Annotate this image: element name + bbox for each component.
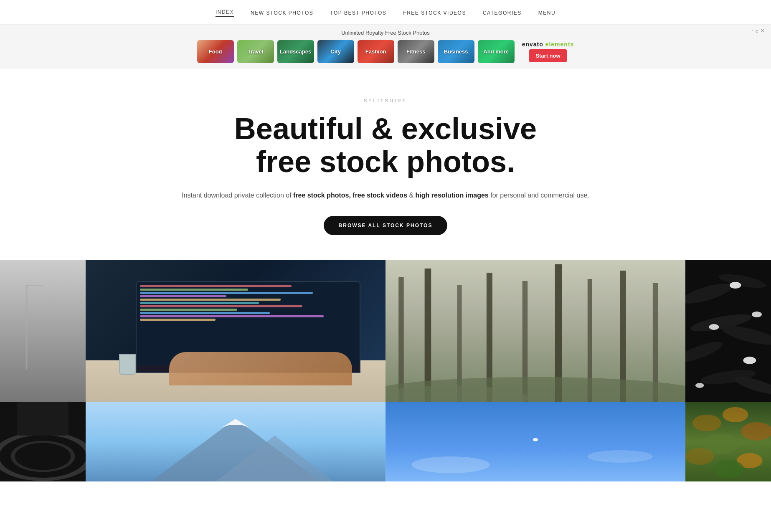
photo-overlay-1 (0, 260, 86, 402)
photo-col-8 (685, 402, 771, 481)
hero-title: Beautiful & exclusive free stock photos. (8, 112, 763, 178)
ad-cat-landscapes[interactable]: Landscapes (277, 40, 314, 63)
ad-cat-fashion[interactable]: Fashion (358, 40, 394, 63)
forest-svg (386, 260, 685, 402)
ad-cat-fitness-bg: Fitness (398, 40, 434, 63)
ad-categories: Food Travel Landscapes City Fashion Fitn… (197, 40, 515, 63)
ad-close-icon[interactable]: ✕ (761, 28, 764, 33)
photo-dark-leaves[interactable] (685, 260, 771, 402)
svg-rect-1 (26, 285, 28, 369)
photo-col-6 (86, 402, 386, 481)
photo-laptop-coding[interactable] (86, 260, 386, 402)
svg-rect-0 (0, 260, 86, 402)
photo-forest-misty[interactable] (386, 260, 685, 402)
hero-desc-bold1: free stock photos, free stock videos (293, 192, 407, 199)
ad-cat-city-bg: City (317, 40, 354, 63)
svg-rect-2 (26, 285, 43, 286)
svg-point-46 (685, 448, 714, 465)
svg-point-40 (588, 450, 653, 463)
svg-point-25 (709, 324, 719, 330)
nav-categories[interactable]: CATEGORIES (483, 10, 522, 16)
svg-point-43 (723, 407, 748, 422)
ad-cat-biz-bg: Business (438, 40, 474, 63)
svg-point-24 (730, 282, 741, 289)
nav-new-stock[interactable]: NEW STOCK PHOTOS (251, 10, 313, 16)
svg-rect-15 (386, 260, 685, 402)
ad-cat-more-bg: And more (478, 40, 515, 63)
forest-bg (386, 260, 685, 402)
ad-cat-business[interactable]: Business (438, 40, 474, 63)
photo-mountain-sky[interactable] (86, 402, 386, 481)
photo-city-road[interactable] (0, 260, 86, 402)
hero-title-line2: free stock photos. (256, 145, 515, 178)
photo-aerial-forest[interactable] (685, 402, 771, 481)
hero-section: SPLITSHIRE Beautiful & exclusive free st… (0, 69, 771, 260)
ad-cat-fitness[interactable]: Fitness (398, 40, 434, 63)
hero-desc-plain1: Instant download private collection of (182, 192, 293, 199)
photo-grid-row2 (0, 402, 771, 481)
aerial-svg (685, 402, 771, 481)
ad-cat-more[interactable]: And more (478, 40, 515, 63)
ad-title: Unlimited Royalty Free Stock Photos (341, 30, 430, 36)
photo-col-1 (0, 260, 86, 402)
svg-rect-32 (17, 402, 68, 436)
svg-point-48 (713, 460, 744, 478)
nav-menu[interactable]: MENU (538, 10, 555, 16)
envato-accent: elements (543, 41, 574, 48)
svg-point-26 (743, 357, 756, 364)
main-nav: INDEX NEW STOCK PHOTOS TOP BEST PHOTOS F… (0, 0, 771, 25)
ad-ex-label: e (756, 28, 758, 33)
leaves-bg (685, 260, 771, 402)
photo-col-5 (0, 402, 86, 481)
nav-index[interactable]: INDEX (216, 9, 234, 17)
ad-brand: envato elements Start now (522, 41, 574, 62)
photo-grid-row1 (0, 260, 771, 402)
ad-cat-city[interactable]: City (317, 40, 354, 63)
ad-cat-land-bg: Landscapes (277, 40, 314, 63)
sky-svg (386, 402, 685, 481)
mountain-svg (86, 402, 386, 481)
nav-top-best[interactable]: TOP BEST PHOTOS (330, 10, 386, 16)
photo-blue-sky[interactable] (386, 402, 685, 481)
svg-point-38 (533, 438, 538, 441)
svg-point-39 (411, 456, 489, 473)
envato-logo: envato elements (522, 41, 574, 48)
hero-desc-plain3: for personal and commercial use. (489, 192, 589, 199)
coffee-mug (119, 354, 138, 377)
ad-banner: r e ✕ Unlimited Royalty Free Stock Photo… (0, 25, 771, 69)
svg-point-27 (695, 383, 704, 388)
ad-cat-food-bg: Food (197, 40, 234, 63)
ad-cat-food[interactable]: Food (197, 40, 234, 63)
hands (169, 352, 352, 385)
svg-point-28 (752, 312, 762, 317)
photo-col-2 (86, 260, 386, 402)
ad-cta-button[interactable]: Start now (529, 49, 567, 62)
site-name: SPLITSHIRE (8, 98, 763, 103)
browse-button[interactable]: BROWSE ALL STOCK PHOTOS (324, 216, 448, 235)
hero-title-line1: Beautiful & exclusive (234, 112, 537, 145)
ad-cat-travel[interactable]: Travel (237, 40, 274, 63)
photo-col-7 (386, 402, 685, 481)
hero-desc-bold2: high resolution images (416, 192, 489, 199)
city-road-svg (0, 260, 86, 402)
ad-close-button[interactable]: r e ✕ (751, 28, 764, 33)
ad-cat-travel-bg: Travel (237, 40, 274, 63)
photo-col-3 (386, 260, 685, 402)
car-svg (0, 402, 86, 481)
nav-free-videos[interactable]: FREE STOCK VIDEOS (403, 10, 466, 16)
hero-description: Instant download private collection of f… (8, 190, 763, 201)
hero-desc-plain2: & (407, 192, 416, 199)
svg-point-42 (692, 415, 721, 431)
svg-point-44 (741, 422, 771, 441)
photo-car-detail[interactable] (0, 402, 86, 481)
leaves-svg (685, 260, 771, 402)
ad-rex-label: r (751, 28, 753, 33)
photo-col-4 (685, 260, 771, 402)
ad-cat-fashion-bg: Fashion (358, 40, 394, 63)
